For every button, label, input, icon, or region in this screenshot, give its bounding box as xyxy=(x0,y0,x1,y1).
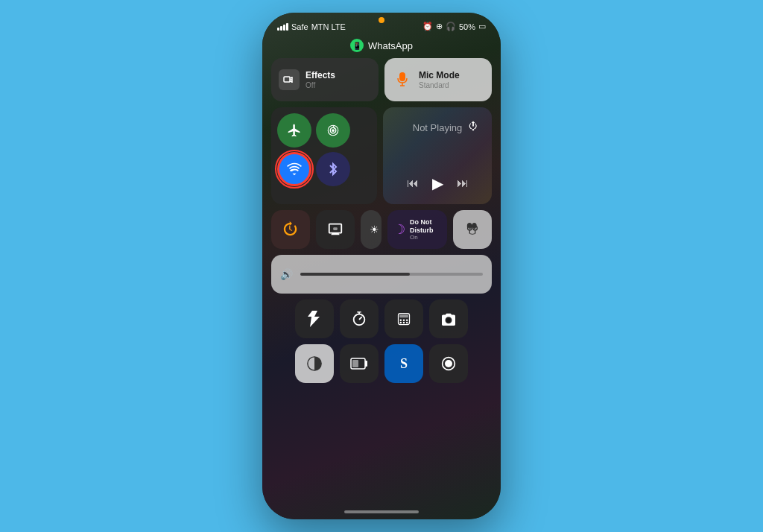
signal-bar-2 xyxy=(280,26,282,31)
volume-slider[interactable] xyxy=(300,273,483,276)
fast-forward-button[interactable]: ⏭ xyxy=(457,177,469,190)
bottom-row-2: S xyxy=(271,344,492,383)
volume-icon: 🔊 xyxy=(280,268,293,280)
play-button[interactable]: ▶ xyxy=(432,174,443,192)
controls-grid: Effects Off Mic Mode xyxy=(262,58,501,383)
alarm-icon: ⏰ xyxy=(422,22,433,31)
playback-controls: ⏮ ▶ ⏭ xyxy=(390,174,484,197)
shazam-tile[interactable]: S xyxy=(384,344,423,383)
cellular-button[interactable] xyxy=(316,113,350,148)
brightness-tile[interactable]: ☀ xyxy=(361,210,382,249)
flashlight-tile[interactable] xyxy=(295,300,334,338)
calculator-tile[interactable] xyxy=(384,300,423,338)
volume-row: 🔊 xyxy=(271,255,492,294)
connectivity-bottom xyxy=(277,152,371,186)
svg-rect-5 xyxy=(399,72,405,81)
svg-point-25 xyxy=(400,322,402,324)
status-left: Safe MTN LTE xyxy=(277,22,346,31)
bluetooth-button[interactable] xyxy=(316,152,350,186)
headphone-icon: 🎧 xyxy=(446,22,456,31)
svg-rect-11 xyxy=(333,227,338,230)
battery-label: 50% xyxy=(459,22,475,31)
do-not-disturb-tile[interactable]: ☽ Do NotDisturb On xyxy=(387,210,447,249)
whatsapp-bar: 📱 WhatsApp xyxy=(262,36,501,58)
svg-rect-31 xyxy=(365,361,367,367)
airpods-tile[interactable] xyxy=(453,210,492,249)
connectivity-top xyxy=(277,113,371,148)
now-playing-content: Not Playing ⏮ ▶ ⏭ xyxy=(390,115,484,197)
volume-fill xyxy=(300,273,410,276)
network-label: MTN LTE xyxy=(311,22,346,31)
svg-point-27 xyxy=(406,322,408,324)
app-name-label: WhatsApp xyxy=(368,40,413,51)
effects-sublabel: Off xyxy=(305,81,335,89)
bottom-row-1 xyxy=(271,300,492,338)
dnd-label: Do NotDisturb xyxy=(410,218,434,235)
dnd-sublabel: On xyxy=(410,234,434,241)
svg-point-24 xyxy=(406,319,408,321)
rewind-button[interactable]: ⏮ xyxy=(407,177,419,190)
svg-point-22 xyxy=(400,319,402,321)
battery-icon: ▭ xyxy=(478,22,486,31)
svg-rect-0 xyxy=(284,77,290,82)
home-indicator xyxy=(344,510,419,513)
phone-container: Safe MTN LTE ⏰ ⊕ 🎧 50% ▭ 📱 WhatsApp xyxy=(262,13,501,519)
now-playing-tile[interactable]: Not Playing ⏮ ▶ ⏭ xyxy=(383,107,492,204)
signal-bars xyxy=(277,23,288,31)
effects-tile[interactable]: Effects Off xyxy=(271,58,379,101)
mic-label: Mic Mode xyxy=(419,70,460,80)
whatsapp-icon: 📱 xyxy=(350,39,364,52)
utility-row: ☀ ☽ Do NotDisturb On xyxy=(271,210,492,249)
moon-icon: ☽ xyxy=(393,221,405,238)
status-bar: Safe MTN LTE ⏰ ⊕ 🎧 50% ▭ xyxy=(262,13,501,36)
svg-point-26 xyxy=(403,322,405,324)
signal-bar-3 xyxy=(283,25,285,31)
location-icon: ⊕ xyxy=(436,22,443,31)
svg-line-18 xyxy=(359,317,362,320)
svg-rect-21 xyxy=(399,314,408,317)
effects-icon xyxy=(279,69,300,90)
svg-point-28 xyxy=(446,318,450,322)
signal-bar-4 xyxy=(286,23,288,31)
brightness-icon: ☀ xyxy=(370,224,379,235)
screen-mirror-tile[interactable] xyxy=(316,210,355,249)
airplay-icon[interactable] xyxy=(466,119,480,133)
connectivity-row: Not Playing ⏮ ▶ ⏭ xyxy=(271,107,492,204)
top-tiles-row: Effects Off Mic Mode xyxy=(271,58,492,101)
mic-icon xyxy=(392,69,413,90)
dnd-text: Do NotDisturb On xyxy=(410,218,434,241)
carrier-label: Safe xyxy=(291,22,308,31)
invert-colors-tile[interactable] xyxy=(295,344,334,383)
airplane-button[interactable] xyxy=(277,113,311,148)
volume-tile[interactable]: 🔊 xyxy=(271,255,492,294)
signal-bar-1 xyxy=(277,28,279,31)
svg-rect-32 xyxy=(352,360,358,367)
svg-point-34 xyxy=(445,360,452,367)
camera-tile[interactable] xyxy=(429,300,468,338)
svg-point-23 xyxy=(403,319,405,321)
timer-tile[interactable] xyxy=(340,300,379,338)
mic-mode-tile[interactable]: Mic Mode Standard xyxy=(384,58,492,101)
effects-text: Effects Off xyxy=(305,70,335,89)
wifi-button[interactable] xyxy=(277,152,311,186)
screen-record-tile[interactable] xyxy=(429,344,468,383)
mic-text: Mic Mode Standard xyxy=(419,70,460,89)
mic-sublabel: Standard xyxy=(419,81,460,89)
svg-point-10 xyxy=(332,129,335,132)
connectivity-block xyxy=(271,107,377,204)
top-indicator xyxy=(379,17,384,23)
status-right: ⏰ ⊕ 🎧 50% ▭ xyxy=(422,22,486,31)
low-power-tile[interactable] xyxy=(340,344,379,383)
svg-point-16 xyxy=(354,314,365,326)
effects-label: Effects xyxy=(305,70,335,80)
control-center: Safe MTN LTE ⏰ ⊕ 🎧 50% ▭ 📱 WhatsApp xyxy=(262,13,501,519)
rotation-lock-tile[interactable] xyxy=(271,210,310,249)
